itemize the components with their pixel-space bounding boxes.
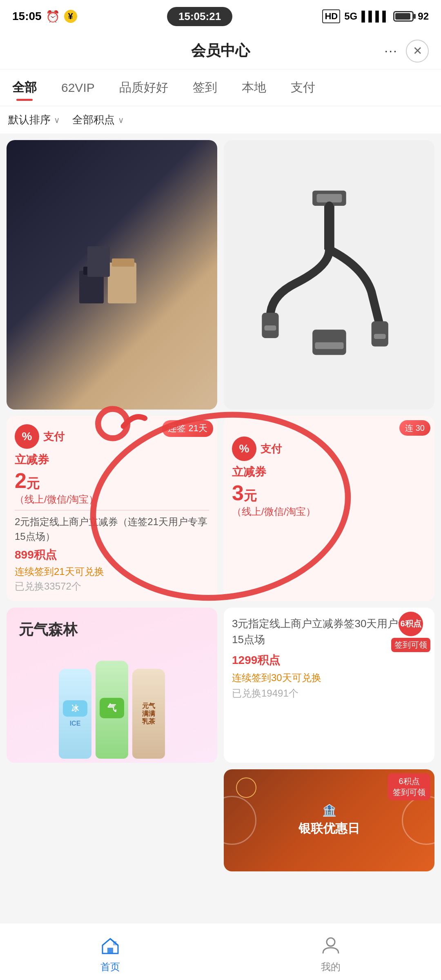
svg-rect-9 <box>371 321 388 347</box>
sort-filter-button[interactable]: 默认排序 ∨ <box>8 113 60 127</box>
coupon2-type: 支付 <box>43 430 65 444</box>
coupon3-full-streak: 连续签到30天可兑换 <box>232 671 426 684</box>
svg-rect-6 <box>316 194 342 203</box>
unionpay-card[interactable]: 🏦 银联优惠日 6积点 签到可领 <box>224 769 434 871</box>
coupon2-desc: 2元指定线上商户立减券（连签21天用户专享15点场） <box>15 514 209 544</box>
page-title: 会员中心 <box>191 41 250 61</box>
svg-rect-15 <box>107 948 113 953</box>
unionpay-logo-text: 🏦 银联优惠日 <box>298 804 360 837</box>
bottom-row: 元气森林 冰 ICE 气 元气满满乳茶 <box>0 608 441 763</box>
status-bar: 15:05 ⏰ ¥ 15:05:21 HD 5G ▌▌▌▌ 92 <box>0 0 441 33</box>
cable-image <box>224 140 434 410</box>
svg-rect-8 <box>264 325 276 330</box>
nav-home-label: 首页 <box>100 960 120 973</box>
coupon-2yuan-card[interactable]: 连签 21天 % 支付 立减券 2元 （线上/微信/淘宝） 2元指定线上商户立减… <box>7 416 217 601</box>
battery-percent: 92 <box>418 11 429 22</box>
filter-bar: 默认排序 ∨ 全部积点 ∨ <box>0 106 441 134</box>
unionpay-points-badge: 6积点 签到可领 <box>388 773 430 800</box>
coupon2-streak: 连续签到21天可兑换 <box>15 565 209 578</box>
wifi-icon: ▌▌▌▌ <box>361 11 389 22</box>
nav-mine[interactable]: 我的 <box>220 930 441 973</box>
coupon3-amount: 3元 <box>232 481 426 505</box>
tab-signin[interactable]: 签到 <box>189 75 221 100</box>
coupon3-full-points: 1299积点 <box>232 653 426 668</box>
status-left: 15:05 ⏰ ¥ <box>12 10 77 23</box>
svg-rect-3 <box>112 258 134 267</box>
nav-mine-label: 我的 <box>321 960 341 973</box>
streak-30-badge: 连 30 <box>399 420 430 436</box>
alarm-icon: ⏰ <box>46 10 60 23</box>
signin-badge: 6积点 签到可领 <box>391 612 430 652</box>
points-arrow-icon: ∨ <box>118 115 124 125</box>
yuanqi-brand: 元气森林 <box>19 620 78 640</box>
coupon2-amount: 2元 <box>15 469 209 492</box>
tab-local[interactable]: 本地 <box>238 75 270 100</box>
yuan-icon: ¥ <box>64 10 77 23</box>
hd-icon: HD <box>322 9 340 23</box>
header-actions[interactable]: ··· ✕ <box>384 40 429 62</box>
coupon3-amount-text: 立减券 <box>232 464 426 480</box>
tab-all[interactable]: 全部 <box>8 75 41 100</box>
svg-rect-4 <box>87 246 110 277</box>
yuanqi-card[interactable]: 元气森林 冰 ICE 气 元气满满乳茶 <box>7 608 217 763</box>
svg-point-17 <box>327 938 335 946</box>
unionpay-content: 🏦 银联优惠日 6积点 签到可领 <box>224 769 434 871</box>
status-time: 15:05 <box>12 10 42 23</box>
page-header: 会员中心 ··· ✕ <box>0 33 441 69</box>
xiaomi-image <box>7 140 217 410</box>
coupon3-full-exchanged: 已兑换19491个 <box>232 687 426 700</box>
coupon3-header: % 支付 <box>232 437 426 461</box>
coupon2-exchanged: 已兑换33572个 <box>15 580 209 593</box>
signal-icon: 5G <box>344 11 357 22</box>
sort-arrow-icon: ∨ <box>54 115 60 125</box>
last-row: 🏦 银联优惠日 6积点 签到可领 <box>0 769 441 871</box>
tab-pay[interactable]: 支付 <box>287 75 319 100</box>
coupon3-type: 支付 <box>261 442 282 456</box>
bottom-nav: 首页 我的 <box>0 923 441 980</box>
tab-quality[interactable]: 品质好好 <box>115 75 172 100</box>
close-button[interactable]: ✕ <box>406 40 429 62</box>
xiaomi-card[interactable]: 小米手机立减券2000元券包,至高立减600元 999积点 <box>7 140 217 410</box>
status-center-time: 15:05:21 <box>167 7 232 26</box>
svg-rect-10 <box>374 334 385 339</box>
placeholder-left <box>7 769 217 871</box>
battery-icon <box>393 11 414 22</box>
coupon2-scope: （线上/微信/淘宝） <box>15 493 209 506</box>
sort-filter-label: 默认排序 <box>8 113 51 127</box>
coupon2-icon: % <box>15 424 39 449</box>
svg-rect-16 <box>113 941 116 945</box>
cable-card[interactable]: 1元购 62VIP专享优惠14.9元 三合一手机数据线充电线 黑色（1根） 63… <box>224 140 434 410</box>
tab-bar: 全部 62VIP 品质好好 签到 本地 支付 <box>0 69 441 106</box>
more-options-button[interactable]: ··· <box>384 43 398 58</box>
tab-62vip[interactable]: 62VIP <box>57 77 99 99</box>
status-right: HD 5G ▌▌▌▌ 92 <box>322 9 429 23</box>
person-icon <box>319 934 342 957</box>
coupon2-points: 899积点 <box>15 547 209 563</box>
svg-rect-12 <box>315 342 343 349</box>
coupon3-scope: （线上/微信/淘宝） <box>232 505 426 518</box>
coupon3-info-card[interactable]: 6积点 签到可领 3元指定线上商户立减券签30天用户专享15点场 1299积点 … <box>224 608 434 763</box>
coupon-3yuan-card[interactable]: 连 30 % 支付 立减券 3元 （线上/微信/淘宝） <box>224 416 434 601</box>
points-filter-label: 全部积点 <box>72 113 115 127</box>
nav-home[interactable]: 首页 <box>0 930 220 973</box>
coupon2-amount-text: 立减券 <box>15 452 209 468</box>
home-icon <box>99 934 122 957</box>
top-product-row: 小米手机立减券2000元券包,至高立减600元 999积点 <box>0 140 441 410</box>
coupon-row: 连签 21天 % 支付 立减券 2元 （线上/微信/淘宝） 2元指定线上商户立减… <box>0 416 441 601</box>
streak-21-badge: 连签 21天 <box>162 420 213 437</box>
coupon3-icon: % <box>232 437 256 461</box>
points-filter-button[interactable]: 全部积点 ∨ <box>72 113 124 127</box>
svg-rect-2 <box>108 263 136 303</box>
